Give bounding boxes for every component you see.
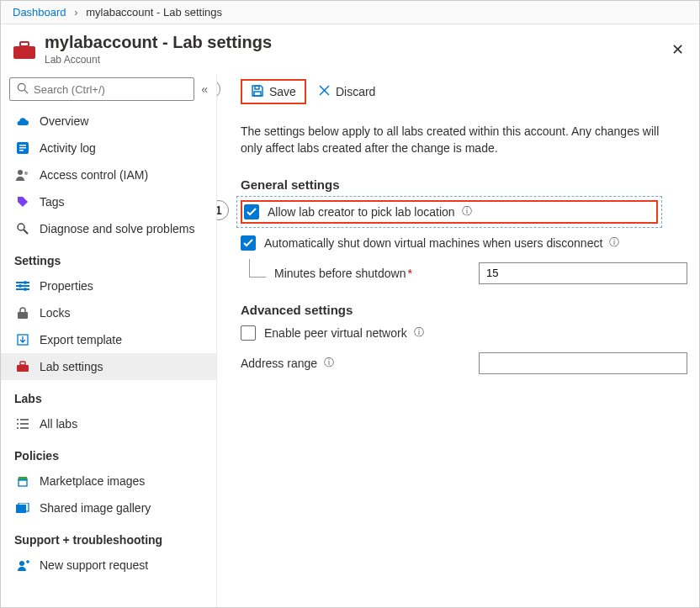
properties-icon	[16, 279, 29, 293]
auto-shutdown-checkbox[interactable]	[241, 235, 256, 251]
log-icon	[16, 141, 29, 155]
info-icon[interactable]: ⓘ	[324, 356, 334, 370]
auto-shutdown-row: Automatically shut down virtual machines…	[241, 235, 687, 251]
sidebar-item-lab-settings[interactable]: Lab settings	[1, 353, 216, 380]
sidebar-group-support: Support + troubleshooting	[1, 521, 216, 552]
allow-location-checkbox[interactable]	[244, 204, 259, 219]
save-label: Save	[269, 85, 296, 98]
toolbar: Save Discard	[241, 74, 687, 114]
peer-vnet-label: Enable peer virtual network	[264, 326, 407, 340]
sidebar-group-settings: Settings	[1, 242, 216, 272]
breadcrumb: Dashboard › mylabaccount - Lab settings	[1, 1, 699, 24]
cloud-icon	[16, 114, 29, 128]
sidebar-item-label: Lab settings	[40, 360, 103, 373]
svg-rect-7	[19, 150, 24, 151]
callout-2: 2	[217, 79, 220, 99]
sidebar-item-label: All labs	[40, 417, 77, 431]
callout-1: 1	[217, 200, 229, 220]
diagnose-icon	[16, 222, 29, 235]
sidebar-item-label: Access control (IAM)	[40, 168, 148, 182]
tag-icon	[16, 195, 29, 209]
address-range-input[interactable]	[479, 352, 687, 374]
allow-location-row: Allow lab creator to pick lab location ⓘ	[241, 200, 658, 224]
peer-vnet-checkbox[interactable]	[241, 325, 256, 341]
address-range-row: Address range ⓘ	[241, 352, 687, 374]
sidebar-item-label: New support request	[40, 558, 148, 572]
svg-point-31	[19, 561, 24, 566]
marketplace-icon	[16, 474, 29, 488]
sidebar-item-label: Diagnose and solve problems	[40, 222, 194, 235]
info-icon[interactable]: ⓘ	[414, 325, 424, 340]
sidebar-item-shared-image-gallery[interactable]: Shared image gallery	[1, 494, 216, 521]
page-header: mylabaccount - Lab settings Lab Account …	[1, 24, 699, 74]
svg-rect-21	[20, 362, 25, 365]
sidebar-item-label: Properties	[40, 279, 93, 293]
settings-description: The settings below apply to all labs cre…	[241, 123, 678, 157]
sidebar-item-label: Export template	[40, 333, 122, 346]
discard-icon	[318, 84, 331, 99]
svg-rect-20	[17, 365, 29, 372]
close-button[interactable]: ✕	[668, 39, 687, 61]
svg-line-3	[24, 90, 28, 93]
breadcrumb-root-link[interactable]: Dashboard	[13, 6, 66, 19]
sidebar-group-policies: Policies	[1, 437, 216, 468]
sidebar-item-marketplace-images[interactable]: Marketplace images	[1, 468, 216, 494]
sidebar-item-label: Tags	[40, 195, 65, 209]
svg-rect-1	[20, 42, 29, 46]
minutes-row: Minutes before shutdown*	[241, 262, 687, 284]
peer-vnet-row: Enable peer virtual network ⓘ	[241, 325, 687, 341]
svg-rect-32	[255, 86, 259, 89]
discard-label: Discard	[336, 85, 375, 98]
sidebar-item-new-support-request[interactable]: New support request	[1, 552, 216, 579]
save-button[interactable]: Save	[241, 79, 306, 104]
svg-point-16	[19, 284, 22, 288]
svg-point-9	[24, 172, 28, 175]
minutes-input[interactable]	[479, 262, 687, 284]
discard-button[interactable]: Discard	[310, 79, 384, 104]
sidebar-item-all-labs[interactable]: All labs	[1, 410, 216, 437]
info-icon[interactable]: ⓘ	[462, 204, 472, 219]
page-title: mylabaccount - Lab settings	[45, 33, 272, 52]
indent-connector	[249, 259, 266, 278]
sidebar-item-locks[interactable]: Locks	[1, 299, 216, 326]
svg-rect-5	[19, 145, 26, 146]
lab-icon	[16, 360, 29, 373]
page-subtitle: Lab Account	[45, 54, 272, 66]
svg-point-8	[18, 170, 23, 175]
info-icon[interactable]: ⓘ	[609, 235, 619, 250]
export-icon	[16, 333, 29, 346]
sidebar: « Overview Activity log Access control (…	[1, 74, 217, 608]
sidebar-item-label: Overview	[40, 114, 88, 128]
lab-account-icon	[13, 40, 36, 60]
minutes-label: Minutes before shutdown*	[274, 267, 412, 280]
svg-point-17	[24, 288, 27, 291]
support-icon	[16, 558, 29, 572]
collapse-sidebar-button[interactable]: «	[201, 82, 208, 96]
sidebar-item-label: Activity log	[40, 141, 96, 155]
sidebar-item-label: Locks	[40, 306, 71, 320]
advanced-settings-heading: Advanced settings	[241, 303, 687, 317]
search-input-wrapper[interactable]	[9, 77, 194, 101]
breadcrumb-current: mylabaccount - Lab settings	[86, 6, 222, 19]
allow-location-label: Allow lab creator to pick lab location	[268, 205, 455, 219]
svg-point-27	[17, 427, 19, 429]
sidebar-item-diagnose[interactable]: Diagnose and solve problems	[1, 215, 216, 242]
svg-point-15	[24, 281, 27, 284]
svg-point-25	[17, 419, 19, 420]
sidebar-item-overview[interactable]: Overview	[1, 108, 216, 135]
sidebar-item-label: Marketplace images	[40, 474, 145, 488]
sidebar-item-properties[interactable]: Properties	[1, 272, 216, 299]
list-icon	[16, 417, 29, 431]
sidebar-item-tags[interactable]: Tags	[1, 188, 216, 215]
main-content: 2 Save Discard The settings below apply …	[217, 74, 699, 608]
gallery-icon	[16, 501, 29, 515]
svg-rect-0	[13, 46, 35, 59]
search-input[interactable]	[34, 83, 187, 96]
svg-point-10	[18, 224, 24, 230]
sidebar-item-access-control[interactable]: Access control (IAM)	[1, 161, 216, 188]
address-range-label: Address range	[241, 357, 317, 370]
svg-rect-33	[254, 92, 261, 96]
svg-line-11	[24, 230, 28, 234]
sidebar-item-export-template[interactable]: Export template	[1, 326, 216, 353]
sidebar-item-activity-log[interactable]: Activity log	[1, 135, 216, 161]
